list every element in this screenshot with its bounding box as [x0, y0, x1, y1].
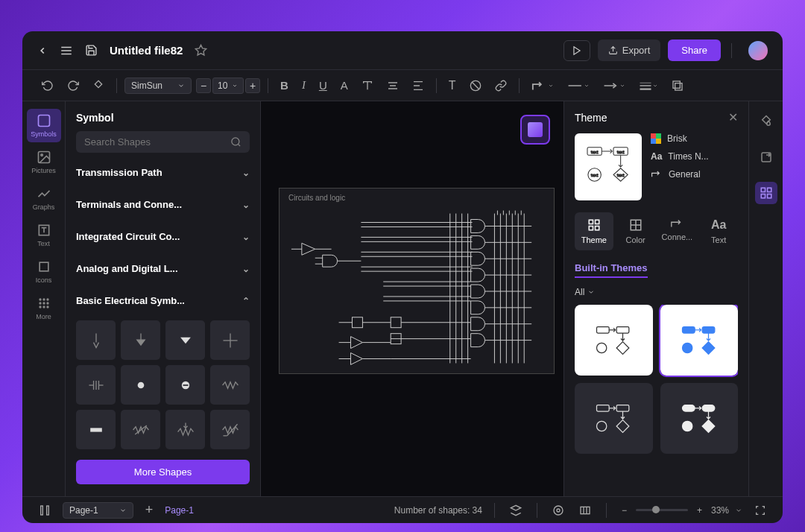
line-start-icon[interactable] [563, 77, 594, 95]
svg-rect-160 [767, 194, 771, 198]
category-basic-electrical[interactable]: Basic Electrical Symb... ⌃ [76, 288, 250, 313]
back-button[interactable] [37, 45, 48, 56]
outline-icon[interactable] [36, 503, 54, 518]
export-button[interactable]: Export [598, 39, 661, 61]
symbol-variable-resistor[interactable] [121, 410, 160, 449]
symbol-junction[interactable] [210, 320, 250, 360]
share-button[interactable]: Share [668, 39, 721, 61]
italic-icon[interactable]: I [297, 76, 310, 95]
link-icon[interactable] [490, 77, 511, 95]
search-field[interactable] [84, 136, 230, 148]
focus-icon[interactable] [549, 503, 567, 518]
svg-point-30 [42, 298, 45, 300]
canvas[interactable]: Circuits and logic [261, 101, 564, 496]
search-shapes-input[interactable] [76, 131, 250, 153]
svg-point-152 [682, 421, 692, 431]
theme-filter[interactable]: All [575, 287, 738, 297]
theme-panel-title: Theme [575, 112, 607, 124]
add-page-button[interactable]: + [142, 501, 157, 519]
theme-tabs: Theme Color Conne... Aa Text [575, 212, 738, 250]
symbol-resistor[interactable] [210, 365, 250, 405]
svg-marker-135 [616, 341, 629, 354]
zoom-out-button[interactable]: − [619, 504, 630, 517]
chevron-down-icon: ⌄ [242, 200, 250, 210]
tab-theme[interactable]: Theme [575, 212, 613, 250]
category-analog-digital[interactable]: Analog and Digital L... ⌄ [76, 256, 250, 281]
map-icon[interactable] [576, 503, 594, 518]
tab-color[interactable]: Color [616, 212, 655, 250]
font-size-input[interactable]: 10 [212, 77, 244, 94]
format-painter-icon[interactable] [88, 77, 109, 95]
symbol-ground[interactable] [76, 320, 116, 360]
export-tool-icon[interactable] [755, 146, 777, 168]
tab-connector[interactable]: Conne... [658, 212, 697, 250]
symbol-capacitor[interactable] [76, 365, 116, 405]
layers-toggle-icon[interactable] [507, 503, 525, 518]
layers-icon[interactable] [667, 77, 688, 95]
vertical-align-icon[interactable] [408, 77, 429, 95]
rail-symbols[interactable]: Symbols [27, 109, 61, 142]
text-case-icon[interactable] [357, 77, 378, 95]
close-icon[interactable]: ✕ [728, 110, 738, 124]
theme-tool-icon[interactable] [755, 182, 777, 204]
svg-point-38 [232, 138, 239, 145]
connector-style-icon[interactable] [527, 77, 558, 95]
rail-text[interactable]: Text [27, 218, 61, 252]
favorite-star-icon[interactable] [195, 44, 207, 57]
tab-text[interactable]: Aa Text [699, 212, 738, 250]
font-color-icon[interactable]: A [336, 76, 353, 95]
category-integrated-circuit[interactable]: Integrated Circuit Co... ⌄ [76, 224, 250, 249]
file-title[interactable]: Untitled file82 [110, 44, 183, 57]
page-tab-1[interactable]: Page-1 [165, 505, 194, 516]
block-icon[interactable] [465, 77, 486, 95]
play-button[interactable] [564, 40, 590, 61]
theme-card-2[interactable] [660, 305, 739, 376]
svg-point-33 [42, 302, 45, 304]
svg-rect-132 [616, 326, 629, 332]
zoom-in-button[interactable]: + [694, 504, 705, 517]
bold-icon[interactable]: B [276, 76, 293, 95]
undo-icon[interactable] [37, 77, 58, 95]
text-tool-icon[interactable]: T [444, 76, 461, 95]
redo-icon[interactable] [63, 77, 83, 95]
chevron-down-icon[interactable] [735, 507, 742, 514]
font-size-increase[interactable]: + [245, 78, 260, 93]
theme-card-1[interactable] [575, 305, 653, 376]
symbol-chassis-ground[interactable] [121, 320, 160, 360]
more-shapes-button[interactable]: More Shapes [76, 460, 250, 484]
rail-graphs[interactable]: Graphs [27, 182, 61, 215]
line-end-icon[interactable] [599, 77, 630, 95]
symbol-node-minus[interactable] [165, 365, 205, 405]
circuit-document[interactable]: Circuits and logic [279, 188, 555, 374]
category-terminals[interactable]: Terminals and Conne... ⌄ [76, 192, 250, 217]
symbol-triangle-down[interactable] [165, 320, 205, 360]
avatar[interactable] [748, 41, 768, 60]
zoom-slider[interactable] [636, 509, 688, 511]
theme-card-4[interactable] [660, 383, 739, 454]
svg-rect-131 [597, 326, 610, 332]
align-icon[interactable] [382, 77, 403, 95]
ai-assistant-button[interactable] [520, 115, 550, 145]
underline-icon[interactable]: U [315, 76, 332, 95]
svg-rect-166 [581, 507, 590, 513]
rail-icons[interactable]: Icons [27, 255, 61, 288]
file-save-icon[interactable] [85, 44, 98, 57]
svg-text:text: text [591, 172, 599, 177]
chart-icon [37, 186, 51, 201]
rail-pictures[interactable]: Pictures [27, 145, 61, 179]
symbol-node-filled[interactable] [121, 365, 160, 405]
theme-card-3[interactable] [575, 383, 653, 454]
symbol-fuse[interactable] [76, 410, 116, 449]
line-weight-icon[interactable] [634, 77, 663, 95]
category-transmission-path[interactable]: Transmission Path ⌄ [76, 160, 250, 185]
chevron-down-icon: ⌄ [242, 264, 250, 274]
fill-tool-icon[interactable] [755, 110, 777, 133]
font-size-decrease[interactable]: − [196, 78, 211, 93]
symbol-potentiometer[interactable] [165, 410, 205, 449]
page-selector[interactable]: Page-1 [63, 502, 133, 519]
symbol-thermistor[interactable] [210, 410, 250, 449]
font-family-select[interactable]: SimSun [124, 77, 192, 94]
fullscreen-icon[interactable] [751, 503, 769, 518]
rail-more[interactable]: More [27, 291, 61, 325]
hamburger-menu-icon[interactable] [60, 44, 73, 57]
